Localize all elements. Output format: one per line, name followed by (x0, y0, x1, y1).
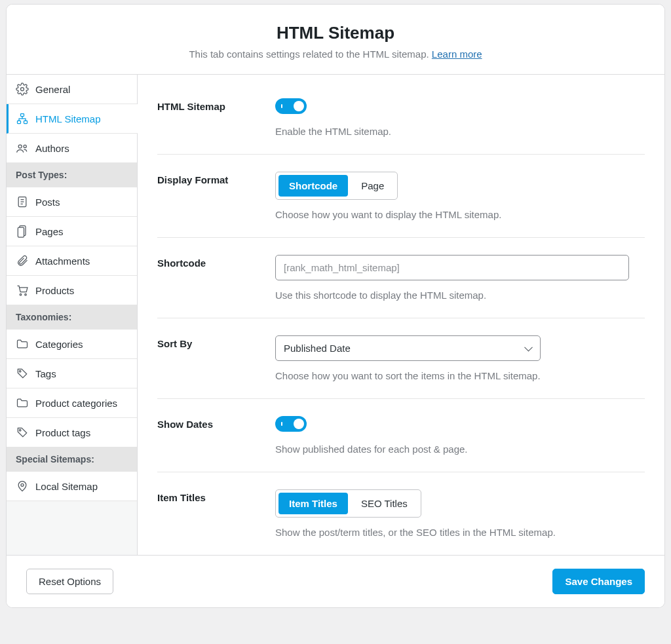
gear-icon (16, 83, 29, 96)
folder-icon (16, 337, 29, 350)
sidebar-item-label: Authors (35, 143, 69, 154)
field-description: Show the post/term titles, or the SEO ti… (275, 527, 645, 538)
field-description: Use this shortcode to display the HTML s… (275, 290, 645, 301)
sidebar-item-label: Attachments (35, 256, 90, 267)
sidebar-item-products[interactable]: Products (7, 276, 137, 305)
item-titles-item[interactable]: Item Titles (278, 493, 348, 514)
html-sitemap-toggle[interactable] (275, 98, 307, 114)
sidebar-item-label: Posts (35, 197, 60, 208)
sidebar-item-pages[interactable]: Pages (7, 217, 137, 246)
attachment-icon (16, 254, 29, 267)
field-label: Item Titles (157, 489, 275, 538)
sidebar-item-label: Products (35, 285, 74, 296)
sidebar-item-local-sitemap[interactable]: Local Sitemap (7, 472, 137, 501)
tag-icon (16, 426, 29, 439)
sidebar-item-authors[interactable]: Authors (7, 134, 137, 163)
field-label: Display Format (157, 172, 275, 220)
shortcode-input[interactable] (275, 255, 629, 280)
field-html-sitemap: HTML Sitemap Enable the HTML sitemap. (157, 81, 645, 155)
settings-content: HTML Sitemap Enable the HTML sitemap. Di… (138, 75, 664, 555)
folder-icon (16, 396, 29, 409)
field-label: Shortcode (157, 255, 275, 301)
field-label: Show Dates (157, 416, 275, 455)
field-item-titles: Item Titles Item Titles SEO Titles Show … (157, 472, 645, 555)
sidebar-item-label: Product categories (35, 398, 117, 409)
sidebar-section-header: Taxonomies: (7, 305, 137, 330)
field-display-format: Display Format Shortcode Page Choose how… (157, 155, 645, 238)
panel-header: HTML Sitemap This tab contains settings … (7, 5, 664, 75)
sidebar-item-product-categories[interactable]: Product categories (7, 388, 137, 418)
sidebar-item-label: HTML Sitemap (35, 113, 100, 124)
footer: Reset Options Save Changes (7, 555, 664, 607)
sort-by-select[interactable]: Published Date (275, 335, 541, 361)
cart-icon (16, 284, 29, 297)
sort-by-select-wrap: Published Date (275, 335, 541, 361)
users-icon (16, 142, 29, 155)
sidebar-item-label: Categories (35, 339, 83, 350)
sidebar-section-label: Taxonomies: (16, 312, 71, 322)
sidebar-item-html-sitemap[interactable]: HTML Sitemap (7, 104, 138, 134)
field-description: Show published dates for each post & pag… (275, 444, 645, 455)
field-description: Enable the HTML sitemap. (275, 126, 645, 137)
settings-panel: HTML Sitemap This tab contains settings … (6, 4, 665, 608)
display-format-group: Shortcode Page (275, 172, 398, 200)
sidebar-item-attachments[interactable]: Attachments (7, 246, 137, 276)
sidebar-item-label: Local Sitemap (35, 481, 98, 492)
field-description: Choose how you want to sort the items in… (275, 370, 645, 381)
tag-icon (16, 367, 29, 380)
sidebar-item-tags[interactable]: Tags (7, 359, 137, 388)
sidebar-section-label: Special Sitemaps: (16, 454, 94, 464)
sidebar-item-label: Tags (35, 368, 56, 379)
sidebar-item-label: General (35, 84, 70, 95)
sidebar-item-label: Product tags (35, 427, 90, 438)
sidebar-item-posts[interactable]: Posts (7, 187, 137, 217)
page-subtitle: This tab contains settings related to th… (20, 48, 651, 60)
sidebar-item-general[interactable]: General (7, 75, 137, 104)
sidebar-item-label: Pages (35, 226, 64, 237)
sidebar-section-header: Post Types: (7, 163, 137, 187)
item-titles-group: Item Titles SEO Titles (275, 489, 421, 518)
field-show-dates: Show Dates Show published dates for each… (157, 399, 645, 472)
sidebar-item-product-tags[interactable]: Product tags (7, 418, 137, 447)
show-dates-toggle[interactable] (275, 416, 307, 432)
pin-icon (16, 480, 29, 493)
reset-button[interactable]: Reset Options (26, 569, 113, 594)
sidebar-item-categories[interactable]: Categories (7, 330, 137, 359)
sidebar: GeneralHTML SitemapAuthorsPost Types:Pos… (7, 75, 138, 555)
sidebar-section-header: Special Sitemaps: (7, 447, 137, 472)
field-shortcode: Shortcode Use this shortcode to display … (157, 238, 645, 318)
save-button[interactable]: Save Changes (552, 569, 645, 594)
sidebar-section-label: Post Types: (16, 170, 67, 180)
field-sort-by: Sort By Published Date Choose how you wa… (157, 318, 645, 399)
page-title: HTML Sitemap (20, 23, 651, 43)
sitemap-icon (16, 112, 29, 125)
field-label: HTML Sitemap (157, 98, 275, 137)
display-format-shortcode[interactable]: Shortcode (278, 175, 348, 197)
display-format-page[interactable]: Page (351, 175, 394, 197)
item-titles-seo[interactable]: SEO Titles (351, 493, 418, 514)
field-label: Sort By (157, 335, 275, 381)
post-icon (16, 195, 29, 208)
page-icon (16, 225, 29, 238)
field-description: Choose how you want to display the HTML … (275, 209, 645, 220)
learn-more-link[interactable]: Learn more (432, 48, 482, 60)
